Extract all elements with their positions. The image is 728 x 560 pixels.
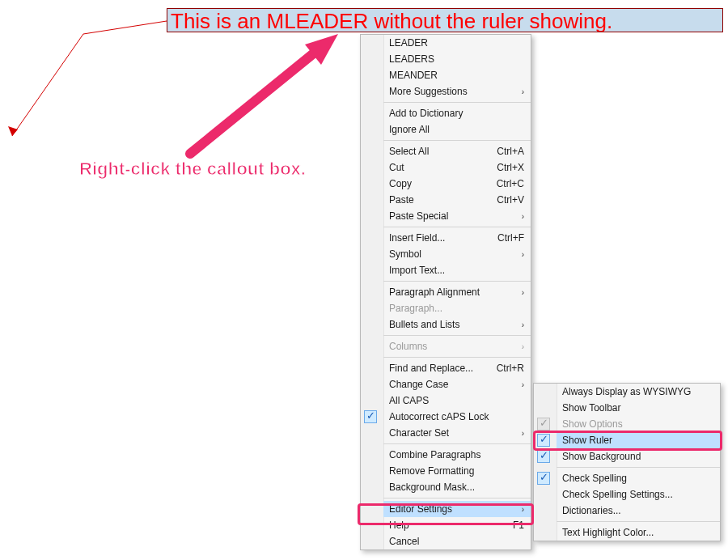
menu-item-remove-formatting[interactable]: Remove Formatting (383, 463, 531, 479)
chevron-right-icon: › (522, 505, 524, 514)
menu-item-columns: Columns› (383, 338, 531, 354)
chevron-right-icon: › (522, 320, 524, 329)
menu-item-ignore-all[interactable]: Ignore All (383, 121, 531, 138)
context-menu-editor-settings: Always Display as WYSIWYG Show Toolbar S… (533, 383, 721, 541)
menu-item-combine-paragraphs[interactable]: Combine Paragraphs (383, 447, 531, 463)
menu-item-copy[interactable]: CopyCtrl+C (383, 176, 531, 192)
menu-item-import-text[interactable]: Import Text... (383, 262, 531, 278)
menu-item-editor-settings[interactable]: Editor Settings› (383, 501, 531, 517)
menu-item-help[interactable]: HelpF1 (383, 517, 531, 533)
check-icon (537, 418, 550, 431)
menu-separator (557, 521, 720, 522)
menu-separator (383, 102, 531, 103)
menu-item-paragraph: Paragraph... (383, 300, 531, 316)
menu-item-sug-leader[interactable]: LEADER (383, 35, 531, 51)
menu-item-show-background[interactable]: Show Background (557, 448, 720, 465)
check-icon (537, 434, 550, 447)
menu-item-dictionaries[interactable]: Dictionaries... (557, 503, 720, 519)
chevron-right-icon: › (522, 288, 524, 297)
menu-item-text-highlight-color[interactable]: Text Highlight Color... (557, 524, 720, 541)
menu-item-find-replace[interactable]: Find and Replace...Ctrl+R (383, 360, 531, 376)
menu-separator (383, 335, 531, 336)
menu-item-paragraph-alignment[interactable]: Paragraph Alignment› (383, 284, 531, 300)
menu-separator (383, 498, 531, 498)
check-icon (537, 450, 550, 463)
check-icon (364, 410, 377, 423)
menu-item-cancel[interactable]: Cancel (383, 533, 531, 549)
menu-item-show-toolbar[interactable]: Show Toolbar (557, 400, 720, 416)
check-icon (537, 472, 550, 485)
menu-item-wysiwyg[interactable]: Always Display as WYSIWYG (557, 384, 720, 400)
svg-line-1 (190, 49, 320, 154)
menu-item-background-mask[interactable]: Background Mask... (383, 479, 531, 495)
menu-separator (383, 281, 531, 282)
chevron-right-icon: › (522, 342, 524, 351)
menu-separator (383, 140, 531, 141)
menu-item-autocorrect-caps[interactable]: Autocorrect cAPS Lock (383, 409, 531, 425)
menu-item-cut[interactable]: CutCtrl+X (383, 159, 531, 176)
menu-item-check-spelling-settings[interactable]: Check Spelling Settings... (557, 486, 720, 503)
menu-item-add-dictionary[interactable]: Add to Dictionary (383, 105, 531, 121)
chevron-right-icon: › (522, 87, 524, 96)
menu-item-insert-field[interactable]: Insert Field...Ctrl+F (383, 230, 531, 246)
menu-separator (557, 467, 720, 468)
context-menu-main: LEADER LEADERS MEANDER More Suggestions›… (360, 34, 531, 550)
chevron-right-icon: › (522, 429, 524, 438)
menu-item-symbol[interactable]: Symbol› (383, 246, 531, 262)
chevron-right-icon: › (522, 212, 524, 221)
chevron-right-icon: › (522, 380, 524, 389)
instruction-text: Right-click the callout box. (79, 159, 306, 180)
menu-item-character-set[interactable]: Character Set› (383, 425, 531, 441)
menu-item-bullets-lists[interactable]: Bullets and Lists› (383, 316, 531, 333)
menu-item-more-suggestions[interactable]: More Suggestions› (383, 83, 531, 100)
menu-separator (383, 357, 531, 358)
menu-separator (383, 443, 531, 444)
menu-item-show-ruler[interactable]: Show Ruler (557, 432, 720, 448)
menu-item-select-all[interactable]: Select AllCtrl+A (383, 143, 531, 159)
menu-item-change-case[interactable]: Change Case› (383, 376, 531, 392)
menu-item-show-options: Show Options (557, 416, 720, 432)
menu-item-paste[interactable]: PasteCtrl+V (383, 192, 531, 208)
menu-item-all-caps[interactable]: All CAPS (383, 392, 531, 409)
chevron-right-icon: › (522, 250, 524, 259)
menu-item-sug-meander[interactable]: MEANDER (383, 67, 531, 83)
menu-separator (383, 227, 531, 227)
menu-item-sug-leaders[interactable]: LEADERS (383, 51, 531, 67)
menu-item-check-spelling[interactable]: Check Spelling (557, 470, 720, 486)
menu-item-paste-special[interactable]: Paste Special› (383, 208, 531, 224)
